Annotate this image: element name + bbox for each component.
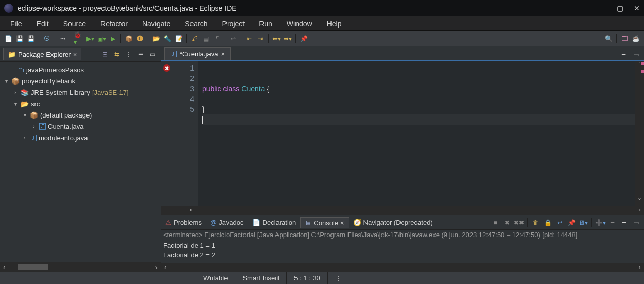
collapse-all-icon[interactable]: ⊟ [100, 49, 110, 59]
status-writable[interactable]: Writable [196, 272, 235, 284]
search-icon[interactable]: 🔍 [603, 34, 614, 44]
scroll-left-icon[interactable]: ‹ [161, 263, 169, 272]
scroll-left-icon[interactable]: ‹ [0, 263, 8, 271]
tree-file-moduleinfo[interactable]: ›🄹 module-info.java [0, 132, 161, 143]
code-editor[interactable]: ✖ 1 2 3 4 5 public class Cuenta { } ˄ ˅ [161, 61, 644, 206]
status-cursor-pos[interactable]: 5 : 1 : 30 [286, 272, 327, 284]
tree-project-1[interactable]: 🗀 javaPrimerosPasos [0, 64, 161, 75]
run-last-icon[interactable]: ▶ [108, 34, 118, 44]
minimize-view-icon[interactable]: ━ [135, 49, 146, 59]
search-icon2[interactable]: 🔦 [162, 34, 172, 44]
overview-ruler[interactable] [641, 61, 644, 196]
save-icon[interactable]: 💾 [14, 34, 25, 44]
menu-navigate[interactable]: Navigate [135, 18, 178, 29]
tab-console[interactable]: 🖥 Console × [300, 217, 349, 228]
menu-edit[interactable]: Edit [29, 18, 56, 29]
tab-problems[interactable]: ⚠ Problems [161, 217, 206, 228]
new-icon[interactable]: 📄 [3, 34, 13, 44]
maximize-view-icon[interactable]: ▭ [147, 49, 158, 59]
tree-default-package[interactable]: ▾📦 (default package) [0, 109, 161, 121]
toggle-word-wrap-icon[interactable]: ↩ [228, 34, 238, 44]
scroll-right-icon[interactable]: › [152, 263, 161, 271]
run-icon[interactable]: ▶▾ [85, 34, 95, 44]
maximize-editor-icon[interactable]: ▭ [631, 49, 641, 60]
scroll-left-icon[interactable]: ‹ [187, 206, 195, 215]
next-annotation-icon[interactable]: ⇥ [255, 34, 266, 44]
editor-hscrollbar[interactable]: ‹ › [161, 206, 644, 215]
toggle-mark-icon[interactable]: 🖍 [189, 34, 200, 44]
maximize-button[interactable]: ▢ [617, 4, 623, 12]
console-menu-icon[interactable]: ━ [607, 218, 617, 228]
prev-annotation-icon[interactable]: ⇤ [244, 34, 254, 44]
menu-file[interactable]: File [3, 18, 29, 29]
tab-declaration[interactable]: 📄 Declaration [248, 217, 301, 228]
minimize-button[interactable]: — [599, 4, 606, 12]
pin-editor-icon[interactable]: 📌 [299, 34, 309, 44]
error-marker-icon[interactable]: ✖ [163, 64, 170, 72]
menu-help[interactable]: Help [320, 18, 349, 29]
annotation-icon[interactable]: 📝 [173, 34, 184, 44]
show-whitespace-icon[interactable]: ¶ [212, 34, 222, 44]
clear-console-icon[interactable]: 🗑 [531, 218, 541, 228]
package-explorer-tab[interactable]: 📁 Package Explorer × [3, 48, 81, 60]
scroll-right-icon[interactable]: › [636, 206, 644, 215]
pin-console-icon[interactable]: 📌 [566, 218, 577, 228]
toggle-breadcrumb-icon[interactable]: ⦿ [42, 34, 52, 44]
forward-icon[interactable]: ➡▾ [283, 34, 293, 44]
code-keyword: public class [202, 85, 241, 93]
minimize-panel-icon[interactable]: ━ [619, 218, 629, 228]
scroll-down-icon[interactable]: ˅ [635, 197, 644, 206]
new-java-package-icon[interactable]: 📦 [124, 34, 134, 44]
status-menu-icon[interactable]: ⋮ [327, 272, 350, 284]
java-file-icon: 🄹 [30, 134, 37, 142]
coverage-icon[interactable]: ▣▾ [96, 34, 107, 44]
minimize-editor-icon[interactable]: ━ [618, 49, 629, 60]
save-all-icon[interactable]: 💾 [26, 34, 36, 44]
menu-search[interactable]: Search [178, 18, 215, 29]
code-body[interactable]: public class Cuenta { } [198, 61, 635, 206]
menu-window[interactable]: Window [280, 18, 320, 29]
tab-navigator[interactable]: 🧭 Navigator (Deprecated) [349, 217, 437, 228]
new-java-class-icon[interactable]: 🅒 [135, 34, 145, 44]
scroll-right-icon[interactable]: › [636, 263, 644, 272]
link-editor-icon[interactable]: ⇆ [112, 49, 122, 59]
package-explorer-title: Package Explorer [18, 51, 71, 58]
toggle-block-icon[interactable]: ▤ [201, 34, 211, 44]
console-hscrollbar[interactable]: ‹ › [161, 263, 644, 272]
tab-javadoc[interactable]: @ Javadoc [206, 217, 248, 228]
editor-tab-cuenta[interactable]: 🄹 *Cuenta.java × [164, 47, 231, 60]
open-type-icon[interactable]: 📂 [151, 34, 161, 44]
view-menu-icon[interactable]: ⋮ [124, 49, 134, 59]
close-tab-icon[interactable]: × [221, 50, 225, 58]
menu-refactor[interactable]: Refactor [93, 18, 135, 29]
console-view[interactable]: <terminated> EjercicioFactorial [Java Ap… [161, 230, 644, 263]
close-button[interactable]: ✕ [634, 4, 640, 12]
status-insert[interactable]: Smart Insert [235, 272, 286, 284]
menu-project[interactable]: Project [215, 18, 252, 29]
terminate-icon[interactable]: ■ [490, 218, 500, 228]
remove-launch-icon[interactable]: ✖ [502, 218, 512, 228]
tree-file-cuenta[interactable]: ›🄹 Cuenta.java [0, 121, 161, 132]
scroll-lock-icon[interactable]: 🔒 [543, 218, 553, 228]
java-perspective-icon[interactable]: ☕ [631, 34, 641, 44]
open-perspective-icon[interactable]: 🗔 [619, 34, 630, 44]
project-tree[interactable]: 🗀 javaPrimerosPasos ▾📦 proyectoBytebank … [0, 62, 161, 262]
menu-run[interactable]: Run [252, 18, 280, 29]
menu-source[interactable]: Source [56, 18, 93, 29]
close-tab-icon[interactable]: × [340, 219, 344, 227]
back-icon[interactable]: ⬅▾ [271, 34, 282, 44]
skip-breakpoints-icon[interactable]: ⤳ [58, 34, 68, 44]
word-wrap-icon[interactable]: ↩ [554, 218, 565, 228]
debug-icon[interactable]: 🐞▾ [74, 34, 84, 44]
java-project-icon: 📦 [11, 77, 20, 85]
display-selected-console-icon[interactable]: 🖥▾ [578, 218, 588, 228]
tree-project-2[interactable]: ▾📦 proyectoBytebank [0, 75, 161, 87]
close-tab-icon[interactable]: × [73, 51, 77, 58]
pkg-hscrollbar[interactable]: ‹ › [0, 262, 161, 272]
tree-src[interactable]: ▾📂 src [0, 98, 161, 109]
maximize-panel-icon[interactable]: ▭ [631, 218, 641, 228]
tree-jre[interactable]: ›📚 JRE System Library [JavaSE-17] [0, 87, 161, 98]
open-console-icon[interactable]: ➕▾ [595, 218, 605, 228]
remove-all-icon[interactable]: ✖✖ [514, 218, 524, 228]
bottom-panel: ⚠ Problems @ Javadoc 📄 Declaration 🖥 Con… [161, 215, 644, 272]
